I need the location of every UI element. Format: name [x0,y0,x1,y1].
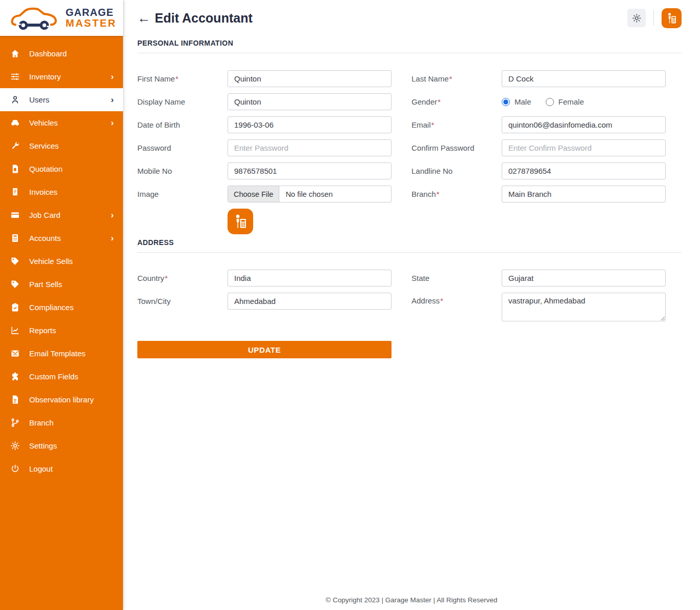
card-icon [10,210,20,220]
svg-text:$: $ [14,167,16,172]
user-icon [10,95,20,105]
chevron-right-icon: › [111,211,114,219]
password-input[interactable] [228,139,392,156]
accountant-icon [665,12,678,25]
dob-input[interactable] [228,116,392,133]
car-icon [10,118,20,128]
sidebar-item-label: Quotation [29,165,63,173]
sidebar-item-label: Invoices [29,188,57,196]
receipt-icon [10,187,20,197]
confirm-password-input[interactable] [502,139,666,156]
sidebar-item-logout[interactable]: Logout [0,457,123,480]
chart-line-icon [10,326,20,336]
sidebar-item-part-sells[interactable]: Part Sells [0,273,123,296]
first-name-field: First Name* [137,70,392,87]
landline-field: Landline No [411,162,666,179]
user-avatar[interactable] [662,8,682,28]
branch-field: Branch* [411,186,666,202]
divider [137,53,682,53]
app-window: GARAGE MASTER Dashboard Inventory › User… [0,0,700,610]
town-city-input[interactable] [228,293,392,310]
last-name-label: Last Name* [411,74,502,83]
profile-image-preview [228,209,253,234]
dob-label: Date of Birth [137,120,228,129]
sidebar-item-services[interactable]: Services [0,134,123,157]
mobile-input[interactable] [228,162,392,179]
state-label: State [411,274,502,282]
branch-input[interactable] [502,186,666,202]
sidebar-item-users[interactable]: Users › [0,88,123,111]
sidebar-item-label: Accounts [29,234,61,242]
sidebar-item-quotation[interactable]: $ Quotation [0,157,123,180]
sidebar-item-job-card[interactable]: Job Card › [0,204,123,227]
settings-gear-button[interactable] [627,9,646,27]
main-area: ← Edit Accountant PERSONAL INFORMATION F… [123,0,700,610]
chevron-right-icon: › [111,95,114,104]
mobile-label: Mobile No [137,167,228,175]
gender-female-option[interactable]: Female [546,97,584,106]
landline-label: Landline No [411,167,502,175]
sidebar-item-email-templates[interactable]: Email Templates [0,342,123,365]
password-label: Password [137,144,228,152]
sidebar-item-accounts[interactable]: Accounts › [0,227,123,250]
state-input[interactable] [502,270,666,287]
first-name-input[interactable] [228,70,392,87]
town-city-field: Town/City [137,293,392,310]
sidebar-item-inventory[interactable]: Inventory › [0,65,123,88]
sidebar: GARAGE MASTER Dashboard Inventory › User… [0,0,123,610]
email-input[interactable] [502,116,666,133]
sidebar-item-settings[interactable]: Settings [0,434,123,457]
edit-accountant-form: PERSONAL INFORMATION First Name* Last Na… [123,36,700,589]
confirm-password-label: Confirm Password [411,144,502,152]
sidebar-item-vehicle-sells[interactable]: Vehicle Sells [0,250,123,273]
landline-input[interactable] [502,162,666,179]
sidebar-item-compliances[interactable]: Compliances [0,296,123,319]
sidebar-item-label: Inventory [29,72,61,81]
email-label: Email* [411,120,502,129]
sidebar-item-invoices[interactable]: Invoices [0,180,123,204]
chevron-right-icon: › [111,118,114,127]
chevron-right-icon: › [111,72,114,81]
brand-name-bottom: MASTER [66,18,116,29]
mail-icon [10,349,20,359]
gender-male-option[interactable]: Male [502,97,531,106]
sidebar-item-label: Settings [29,441,57,450]
back-arrow-button[interactable]: ← [137,11,151,25]
git-branch-icon [10,418,20,428]
last-name-input[interactable] [502,70,666,87]
display-name-input[interactable] [228,93,392,110]
sidebar-item-label: Vehicle Sells [29,257,73,266]
car-wrench-logo-icon [4,3,65,33]
sidebar-item-vehicles[interactable]: Vehicles › [0,111,123,134]
last-name-field: Last Name* [411,70,666,87]
address-label: Address* [411,293,502,305]
sidebar-item-reports[interactable]: Reports [0,319,123,342]
password-field: Password [137,139,392,156]
gender-female-radio[interactable] [546,98,554,106]
country-field: Country* [137,270,392,287]
image-field: Image Choose File No file chosen [137,186,392,202]
accountant-icon [232,213,249,230]
sidebar-item-dashboard[interactable]: Dashboard [0,42,123,65]
address-textarea[interactable]: vastrapur, Ahmedabad [502,293,666,321]
sidebar-item-label: Services [29,141,59,150]
sidebar-item-branch[interactable]: Branch [0,411,123,434]
sidebar-item-label: Logout [29,464,53,473]
sidebar-item-observation-library[interactable]: Observation library [0,388,123,411]
topbar-actions [627,8,682,28]
sidebar-item-label: Reports [29,326,56,335]
country-input[interactable] [228,270,392,287]
file-upload-input[interactable]: Choose File No file chosen [228,186,392,202]
sidebar-item-label: Users [29,95,49,104]
brand-logo[interactable]: GARAGE MASTER [0,0,123,36]
gear-icon [10,441,20,451]
choose-file-button[interactable]: Choose File [228,186,279,202]
first-name-label: First Name* [137,74,228,83]
footer-copyright: © Copyright 2023 | Garage Master | All R… [123,589,700,610]
gender-male-radio[interactable] [502,98,510,106]
update-button[interactable]: UPDATE [137,341,392,358]
display-name-label: Display Name [137,97,228,106]
sidebar-item-custom-fields[interactable]: Custom Fields [0,365,123,388]
vertical-divider [653,10,654,26]
sliders-icon [10,72,20,82]
